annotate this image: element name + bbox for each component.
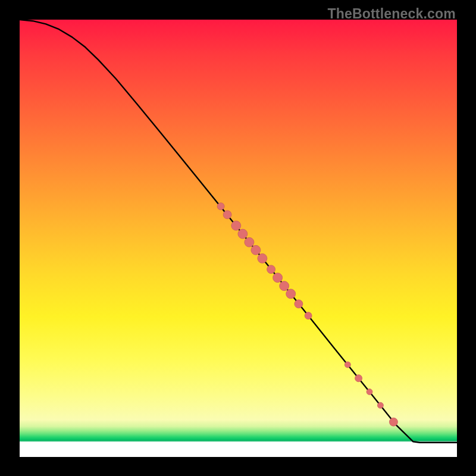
data-point	[223, 211, 231, 219]
data-point	[377, 402, 383, 408]
data-points-group	[217, 203, 397, 426]
data-point	[217, 203, 224, 210]
data-point	[273, 273, 283, 283]
data-point	[251, 245, 261, 255]
data-point	[295, 300, 303, 308]
chart-overlay	[20, 20, 457, 457]
chart-frame: TheBottleneck.com	[0, 0, 476, 476]
data-point	[367, 389, 372, 395]
data-point	[231, 221, 241, 230]
data-point	[355, 375, 362, 382]
data-point	[305, 312, 312, 320]
data-point	[286, 289, 296, 299]
data-point	[280, 281, 289, 291]
data-point	[258, 253, 267, 263]
data-point	[238, 229, 248, 239]
data-point	[345, 362, 350, 368]
performance-curve	[20, 20, 457, 443]
data-point	[245, 237, 254, 247]
data-point	[389, 418, 397, 426]
data-point	[267, 265, 275, 274]
